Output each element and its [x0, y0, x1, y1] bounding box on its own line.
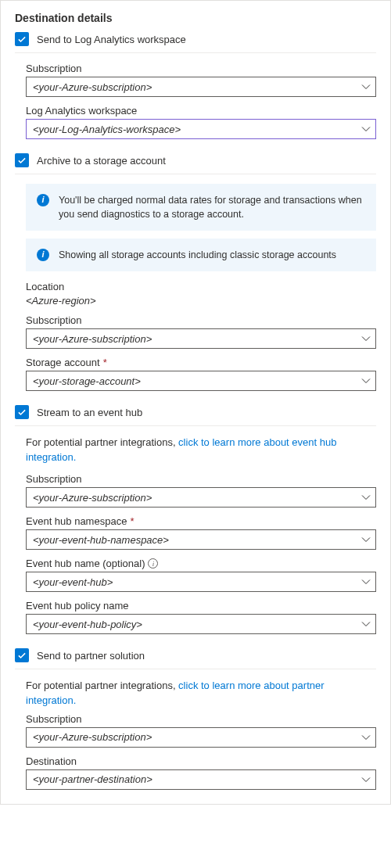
page-title: Destination details — [15, 12, 376, 24]
eh-policy-value: <your-event-hub-policy> — [33, 619, 142, 630]
storage-account-dropdown[interactable]: <your-storage-account> — [26, 371, 376, 391]
destination-details-panel: Destination details Send to Log Analytic… — [0, 0, 391, 805]
eh-subscription-label: Subscription — [26, 473, 376, 485]
storage-checkbox[interactable] — [15, 153, 29, 167]
la-subscription-label: Subscription — [26, 63, 376, 74]
required-marker: * — [130, 515, 134, 527]
la-workspace-value: <your-Log-Analytics-workspace> — [33, 124, 181, 135]
chevron-down-icon — [361, 577, 371, 586]
la-workspace-label: Log Analytics workspace — [26, 105, 376, 117]
checkmark-icon — [17, 651, 27, 660]
eventhub-partner-text: For potential partner integrations, clic… — [26, 436, 376, 465]
chevron-down-icon — [361, 82, 371, 91]
storage-info-charges: i You'll be charged normal data rates fo… — [26, 184, 376, 231]
eventhub-checkbox-label: Stream to an event hub — [37, 407, 142, 418]
eventhub-checkbox[interactable] — [15, 405, 29, 419]
partner-subscription-value: <your-Azure-subscription> — [33, 731, 152, 743]
chevron-down-icon — [361, 124, 371, 134]
info-icon: i — [37, 194, 49, 206]
divider — [15, 52, 376, 53]
chevron-down-icon — [361, 376, 371, 386]
storage-info-classic-text: Showing all storage accounts including c… — [59, 248, 336, 262]
eh-name-dropdown[interactable]: <your-event-hub> — [26, 572, 376, 592]
eh-name-value: <your-event-hub> — [33, 576, 113, 588]
divider — [15, 425, 376, 426]
partner-checkbox[interactable] — [15, 648, 29, 662]
eh-namespace-dropdown[interactable]: <your-event-hub-namespace> — [26, 529, 376, 550]
la-subscription-value: <your-Azure-subscription> — [33, 81, 152, 93]
checkmark-icon — [17, 34, 27, 44]
la-workspace-dropdown[interactable]: <your-Log-Analytics-workspace> — [26, 119, 376, 139]
storage-checkbox-row: Archive to a storage account — [15, 153, 376, 167]
partner-checkbox-label: Send to partner solution — [37, 650, 145, 662]
divider — [15, 669, 376, 669]
storage-location-value: <Azure-region> — [26, 295, 376, 307]
checkmark-icon — [17, 407, 27, 417]
chevron-down-icon — [361, 775, 371, 784]
eh-subscription-value: <your-Azure-subscription> — [33, 492, 152, 504]
storage-section: i You'll be charged normal data rates fo… — [15, 184, 376, 391]
log-analytics-checkbox-label: Send to Log Analytics workspace — [37, 34, 186, 45]
info-icon: i — [37, 249, 49, 261]
chevron-down-icon — [361, 733, 371, 742]
storage-checkbox-label: Archive to a storage account — [37, 155, 166, 167]
log-analytics-checkbox-row: Send to Log Analytics workspace — [15, 32, 376, 46]
chevron-down-icon — [361, 535, 371, 544]
required-marker: * — [103, 357, 107, 368]
storage-subscription-dropdown[interactable]: <your-Azure-subscription> — [26, 328, 376, 349]
eh-namespace-label: Event hub namespace * — [26, 515, 376, 527]
eventhub-section: For potential partner integrations, clic… — [15, 436, 376, 634]
storage-info-classic: i Showing all storage accounts including… — [26, 239, 376, 271]
storage-subscription-value: <your-Azure-subscription> — [33, 333, 152, 345]
partner-checkbox-row: Send to partner solution — [15, 648, 376, 662]
partner-destination-label: Destination — [26, 755, 376, 767]
partner-destination-dropdown[interactable]: <your-partner-destination> — [26, 769, 376, 790]
storage-subscription-label: Subscription — [26, 314, 376, 326]
chevron-down-icon — [361, 493, 371, 502]
divider — [15, 174, 376, 174]
storage-info-charges-text: You'll be charged normal data rates for … — [59, 193, 365, 221]
partner-partner-text: For potential partner integrations, clic… — [26, 679, 376, 708]
eventhub-checkbox-row: Stream to an event hub — [15, 405, 376, 419]
eh-name-label: Event hub name (optional) i — [26, 558, 376, 569]
info-tooltip-icon[interactable]: i — [148, 558, 158, 569]
partner-subscription-dropdown[interactable]: <your-Azure-subscription> — [26, 727, 376, 748]
log-analytics-section: Subscription <your-Azure-subscription> L… — [15, 63, 376, 139]
la-subscription-dropdown[interactable]: <your-Azure-subscription> — [26, 77, 376, 97]
partner-section: For potential partner integrations, clic… — [15, 679, 376, 790]
checkmark-icon — [17, 156, 27, 165]
eh-namespace-value: <your-event-hub-namespace> — [33, 534, 169, 546]
storage-location-label: Location — [26, 281, 376, 292]
partner-destination-value: <your-partner-destination> — [33, 773, 152, 785]
storage-account-value: <your-storage-account> — [33, 375, 141, 387]
chevron-down-icon — [361, 334, 371, 343]
eh-policy-label: Event hub policy name — [26, 600, 376, 612]
storage-account-label: Storage account * — [26, 357, 376, 368]
log-analytics-checkbox[interactable] — [15, 32, 29, 46]
partner-subscription-label: Subscription — [26, 713, 376, 725]
chevron-down-icon — [361, 619, 371, 629]
eh-policy-dropdown[interactable]: <your-event-hub-policy> — [26, 614, 376, 634]
eh-subscription-dropdown[interactable]: <your-Azure-subscription> — [26, 487, 376, 508]
